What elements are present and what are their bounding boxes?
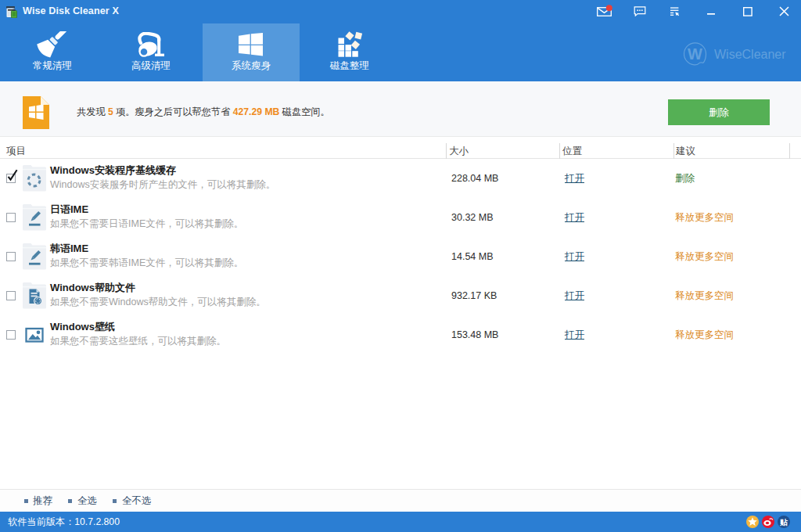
svg-text:贴: 贴 xyxy=(779,518,788,527)
svg-text:WiseCleaner: WiseCleaner xyxy=(714,48,786,61)
svg-text:W: W xyxy=(688,45,702,63)
